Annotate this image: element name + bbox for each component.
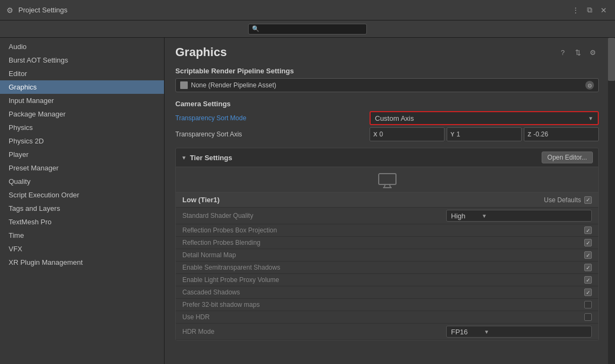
shadow-maps-control (584, 301, 592, 308)
sidebar-item-script-execution[interactable]: Script Execution Order (0, 188, 164, 202)
sidebar-item-audio[interactable]: Audio (0, 40, 164, 53)
x-field[interactable]: X 0 (370, 127, 445, 141)
reflection-probes-box-row: Reflection Probes Box Projection ✓ (176, 224, 598, 237)
use-defaults-wrap: Use Defaults ✓ (544, 196, 592, 204)
x-label: X (373, 131, 377, 138)
standard-shader-quality-dropdown[interactable]: High ▼ (446, 210, 592, 222)
shadow-maps-label: Prefer 32-bit shadow maps (182, 301, 259, 308)
sidebar-item-physics[interactable]: Physics (0, 121, 164, 134)
z-value: -0.26 (534, 131, 548, 138)
sidebar-item-textmesh-pro[interactable]: TextMesh Pro (0, 215, 164, 229)
render-pipeline-field: None (Render Pipeline Asset) ⊙ (175, 78, 599, 92)
use-hdr-row: Use HDR (176, 311, 598, 324)
sidebar-item-tags-layers[interactable]: Tags and Layers (0, 202, 164, 215)
close-button[interactable]: ✕ (598, 4, 610, 16)
scroll-track[interactable] (608, 38, 615, 364)
use-hdr-control (584, 313, 592, 321)
tier-body: Low (Tier1) Use Defaults ✓ Standard Shad… (175, 167, 599, 341)
cascaded-shadows-checkbox[interactable]: ✓ (584, 289, 592, 296)
more-icon[interactable]: ⚙ (587, 46, 599, 58)
light-probe-proxy-label: Enable Light Probe Proxy Volume (182, 276, 279, 284)
shadow-maps-row: Prefer 32-bit shadow maps (176, 299, 598, 311)
hdr-mode-dropdown[interactable]: FP16 ▼ (446, 326, 592, 338)
open-editor-button[interactable]: Open Editor... (542, 152, 593, 163)
menu-button[interactable]: ⋮ (570, 4, 582, 16)
sidebar-item-graphics[interactable]: Graphics (0, 80, 164, 94)
content-area: Graphics ? ⇅ ⚙ Scriptable Render Pipelin… (165, 38, 615, 364)
shadow-maps-checkbox[interactable] (584, 301, 592, 308)
titlebar: ⚙ Project Settings ⋮ ⧉ ✕ (0, 0, 615, 20)
use-hdr-checkbox[interactable] (584, 313, 592, 321)
svg-rect-0 (379, 174, 396, 184)
y-label: Y (450, 131, 454, 138)
detail-normal-map-label: Detail Normal Map (182, 251, 236, 259)
search-bar: 🔍 (0, 20, 615, 38)
y-field[interactable]: Y 1 (447, 127, 522, 141)
gear-icon: ⚙ (5, 6, 14, 15)
cascaded-shadows-row: Cascaded Shadows ✓ (176, 286, 598, 299)
tier-settings-title: Tier Settings (190, 154, 233, 162)
x-value: 0 (379, 131, 383, 138)
use-hdr-label: Use HDR (182, 313, 210, 321)
light-probe-proxy-checkbox[interactable]: ✓ (584, 276, 592, 284)
semitransparent-shadows-control: ✓ (584, 264, 592, 271)
page-title: Graphics (175, 45, 227, 59)
header-icons: ? ⇅ ⚙ (557, 46, 599, 58)
light-probe-proxy-control: ✓ (584, 276, 592, 284)
monitor-icon-row (176, 167, 598, 193)
transparency-sort-mode-control: Custom Axis ▼ (370, 111, 599, 125)
asset-field-left: None (Render Pipeline Asset) (180, 81, 276, 89)
reflection-probes-blending-row: Reflection Probes Blending ✓ (176, 237, 598, 249)
sidebar: Audio Burst AOT Settings Editor Graphics… (0, 38, 165, 364)
semitransparent-shadows-checkbox[interactable]: ✓ (584, 264, 592, 271)
transparency-sort-mode-label[interactable]: Transparency Sort Mode (175, 114, 370, 122)
cascaded-shadows-control: ✓ (584, 289, 592, 296)
sidebar-item-player[interactable]: Player (0, 148, 164, 161)
z-field[interactable]: Z -0.26 (524, 127, 599, 141)
hdr-mode-control: FP16 ▼ (446, 326, 592, 338)
sidebar-item-package-manager[interactable]: Package Manager (0, 107, 164, 121)
sidebar-item-burst-aot[interactable]: Burst AOT Settings (0, 53, 164, 67)
restore-button[interactable]: ⧉ (584, 4, 596, 16)
use-defaults-checkbox[interactable]: ✓ (584, 196, 592, 204)
reflection-probes-box-control: ✓ (584, 226, 592, 234)
semitransparent-shadows-row: Enable Semitransparent Shadows ✓ (176, 262, 598, 274)
help-icon[interactable]: ? (557, 46, 569, 58)
camera-settings-title: Camera Settings (175, 100, 599, 108)
standard-shader-quality-control: High ▼ (446, 210, 592, 222)
transparency-sort-mode-dropdown[interactable]: Custom Axis ▼ (370, 111, 599, 125)
sidebar-item-quality[interactable]: Quality (0, 175, 164, 188)
detail-normal-map-control: ✓ (584, 251, 592, 259)
tier-name: Low (Tier1) (182, 196, 220, 204)
sidebar-item-editor[interactable]: Editor (0, 67, 164, 80)
page-title-row: Graphics ? ⇅ ⚙ (175, 45, 599, 59)
standard-shader-quality-label: Standard Shader Quality (182, 212, 253, 219)
scroll-thumb[interactable] (608, 38, 615, 81)
search-input[interactable] (262, 25, 363, 33)
transparency-sort-axis-row: Transparency Sort Axis X 0 Y 1 Z (175, 127, 599, 141)
sidebar-item-input-manager[interactable]: Input Manager (0, 94, 164, 107)
shader-dropdown-arrow: ▼ (482, 213, 487, 219)
reflection-probes-blending-control: ✓ (584, 239, 592, 246)
collapse-icon: ▼ (181, 155, 187, 161)
sidebar-item-preset-manager[interactable]: Preset Manager (0, 161, 164, 175)
reflection-probes-box-label: Reflection Probes Box Projection (182, 226, 277, 234)
semitransparent-shadows-label: Enable Semitransparent Shadows (182, 264, 280, 271)
detail-normal-map-checkbox[interactable]: ✓ (584, 251, 592, 259)
sidebar-item-xr-plugin[interactable]: XR Plugin Management (0, 256, 164, 269)
hdr-dropdown-arrow: ▼ (484, 329, 489, 335)
reflection-probes-blending-checkbox[interactable]: ✓ (584, 239, 592, 246)
asset-icon (180, 81, 188, 89)
standard-shader-quality-row: Standard Shader Quality High ▼ (176, 208, 598, 224)
tier-row-header: Low (Tier1) Use Defaults ✓ (176, 193, 598, 208)
settings-icon[interactable]: ⇅ (572, 46, 584, 58)
sidebar-item-physics-2d[interactable]: Physics 2D (0, 134, 164, 148)
scriptable-render-title: Scriptable Render Pipeline Settings (175, 67, 599, 75)
transparency-sort-axis-control: X 0 Y 1 Z -0.26 (370, 127, 599, 141)
sidebar-item-time[interactable]: Time (0, 229, 164, 242)
reflection-probes-box-checkbox[interactable]: ✓ (584, 226, 592, 234)
dropdown-arrow-icon: ▼ (588, 115, 593, 121)
asset-select-button[interactable]: ⊙ (585, 81, 594, 90)
search-icon: 🔍 (252, 25, 259, 32)
sidebar-item-vfx[interactable]: VFX (0, 242, 164, 256)
